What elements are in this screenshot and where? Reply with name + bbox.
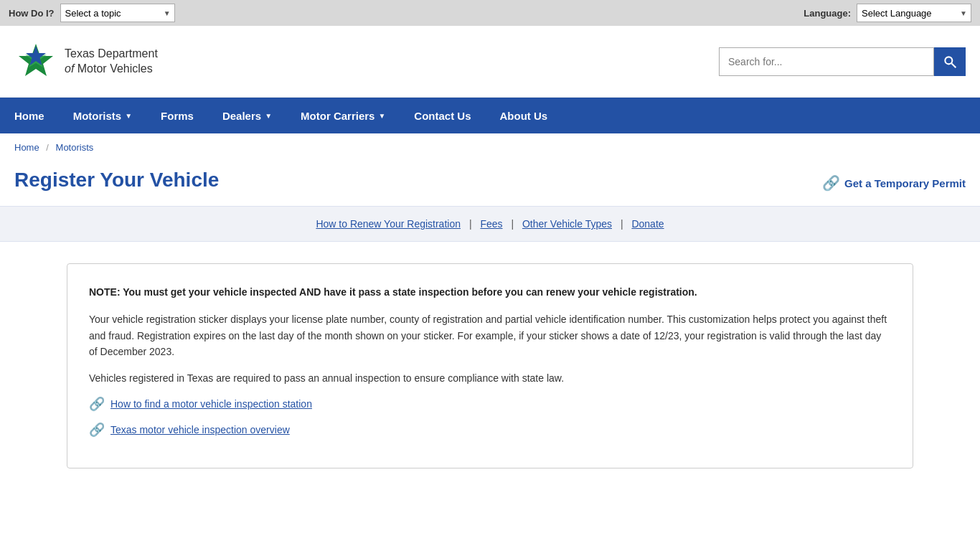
nav-item-motor-carriers[interactable]: Motor Carriers ▼ xyxy=(286,98,400,133)
breadcrumb-separator: / xyxy=(46,142,49,153)
nav-item-forms[interactable]: Forms xyxy=(146,98,208,133)
page-title: Register Your Vehicle xyxy=(14,169,219,192)
language-select-wrapper[interactable]: Select Language xyxy=(857,4,971,22)
header: Texas Department of Motor Vehicles xyxy=(0,26,980,98)
temp-permit-link[interactable]: 🔗 Get a Temporary Permit xyxy=(822,174,966,192)
content-paragraph-2: Vehicles registered in Texas are require… xyxy=(89,370,891,386)
temp-permit-link-icon: 🔗 xyxy=(822,174,840,192)
content-link-1-area: 🔗 How to find a motor vehicle inspection… xyxy=(89,396,891,412)
content-link-2-area: 🔗 Texas motor vehicle inspection overvie… xyxy=(89,422,891,438)
main-nav: Home Motorists ▼ Forms Dealers ▼ Motor C… xyxy=(0,98,980,133)
language-select[interactable]: Select Language xyxy=(857,4,971,22)
content-note: NOTE: You must get your vehicle inspecte… xyxy=(89,284,891,300)
topic-select-wrapper[interactable]: Select a topic xyxy=(60,4,175,22)
nav-item-dealers[interactable]: Dealers ▼ xyxy=(208,98,286,133)
language-label: Language: xyxy=(804,8,851,19)
topic-select[interactable]: Select a topic xyxy=(60,4,175,22)
nav-item-about-us[interactable]: About Us xyxy=(486,98,562,133)
quick-link-fees[interactable]: Fees xyxy=(480,218,502,230)
search-button[interactable] xyxy=(934,47,966,76)
search-icon xyxy=(943,55,957,69)
content-paragraph-1: Your vehicle registration sticker displa… xyxy=(89,311,891,359)
nav-item-contact-us[interactable]: Contact Us xyxy=(400,98,485,133)
how-do-i-label: How Do I? xyxy=(9,8,55,19)
motorists-dropdown-arrow: ▼ xyxy=(125,112,132,120)
dealers-dropdown-arrow: ▼ xyxy=(265,112,272,120)
quick-links-sep-2: | xyxy=(511,218,517,230)
nav-item-home[interactable]: Home xyxy=(0,98,59,133)
breadcrumb: Home / Motorists xyxy=(0,133,980,161)
content-link-2[interactable]: Texas motor vehicle inspection overview xyxy=(110,424,290,435)
quick-link-other-types[interactable]: Other Vehicle Types xyxy=(522,218,612,230)
logo-icon xyxy=(14,40,57,83)
quick-link-renew[interactable]: How to Renew Your Registration xyxy=(316,218,461,230)
search-input[interactable] xyxy=(719,47,934,76)
content-link-1[interactable]: How to find a motor vehicle inspection s… xyxy=(110,398,312,410)
breadcrumb-home-link[interactable]: Home xyxy=(14,142,39,153)
content-link-1-icon: 🔗 xyxy=(89,396,105,412)
quick-links-sep-3: | xyxy=(621,218,626,230)
logo-area: Texas Department of Motor Vehicles xyxy=(14,40,158,83)
language-area: Language: Select Language xyxy=(804,4,971,22)
logo-text: Texas Department of Motor Vehicles xyxy=(65,47,158,77)
motor-carriers-dropdown-arrow: ▼ xyxy=(378,112,385,120)
page-title-area: Register Your Vehicle 🔗 Get a Temporary … xyxy=(0,161,980,206)
quick-links-sep-1: | xyxy=(469,218,475,230)
content-box: NOTE: You must get your vehicle inspecte… xyxy=(67,263,913,468)
top-bar: How Do I? Select a topic Language: Selec… xyxy=(0,0,980,26)
svg-point-3 xyxy=(945,57,952,64)
how-do-i-area: How Do I? Select a topic xyxy=(9,4,175,22)
search-area xyxy=(719,47,966,76)
svg-line-4 xyxy=(952,63,956,67)
quick-link-donate[interactable]: Donate xyxy=(631,218,664,230)
quick-links-bar: How to Renew Your Registration | Fees | … xyxy=(0,206,980,242)
content-link-2-icon: 🔗 xyxy=(89,422,105,438)
main-content: NOTE: You must get your vehicle inspecte… xyxy=(0,242,980,490)
breadcrumb-current-link[interactable]: Motorists xyxy=(56,142,94,153)
nav-item-motorists[interactable]: Motorists ▼ xyxy=(59,98,146,133)
